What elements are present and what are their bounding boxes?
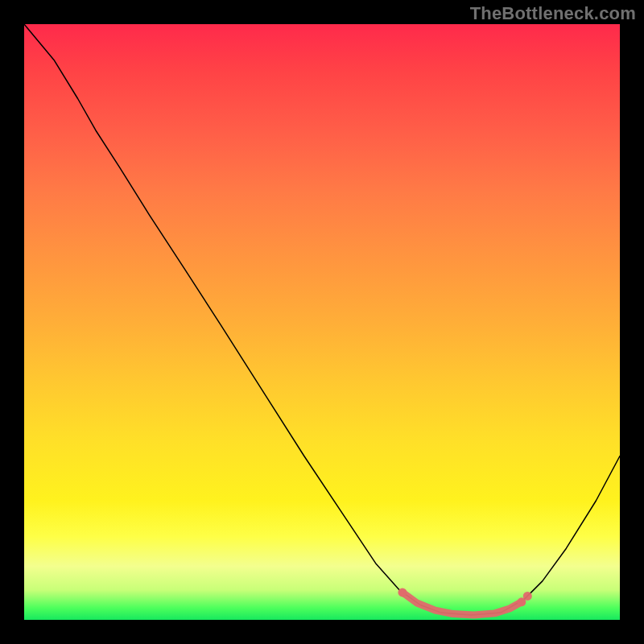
marker-dot: [523, 592, 532, 601]
marker-dot: [398, 588, 407, 597]
chart-overlay: [24, 24, 620, 620]
plot-area: [24, 24, 620, 620]
bottleneck-curve: [24, 24, 620, 615]
attribution-label: TheBottleneck.com: [470, 3, 636, 24]
chart-frame: TheBottleneck.com: [0, 0, 644, 644]
optimal-range-marker: [402, 592, 522, 615]
